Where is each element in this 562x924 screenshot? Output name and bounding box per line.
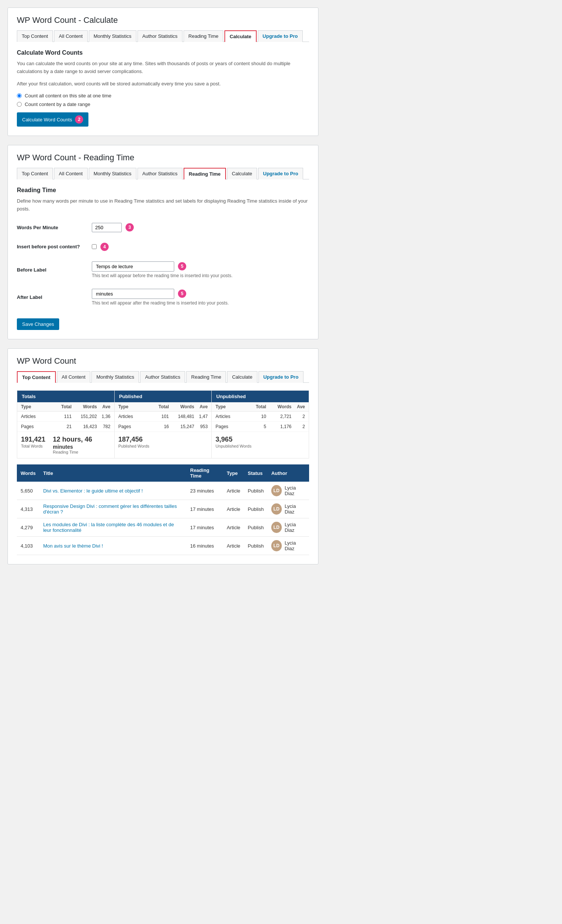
unpub-col-words: Words [266, 404, 292, 410]
tc-tab-reading-time[interactable]: Reading Time [186, 371, 226, 383]
tc-tab-author-stats[interactable]: Author Statistics [140, 371, 185, 383]
wpm-label: Words Per Minute [17, 218, 92, 237]
tab-author-stats[interactable]: Author Statistics [138, 30, 182, 42]
tc-tab-top-content[interactable]: Top Content [17, 371, 56, 383]
row-type: Article [223, 518, 244, 537]
radio-all-content[interactable] [17, 93, 22, 98]
calculate-radio-group: Count all content on this site at one ti… [17, 93, 309, 107]
author-cell: LD Lycia Diaz [271, 485, 305, 496]
row-title-link[interactable]: Divi vs. Elementor : le guide ultime et … [43, 488, 143, 494]
wpm-input-wrap: 3 [92, 223, 134, 232]
reading-time-card: WP Word Count - Reading Time Top Content… [8, 145, 319, 339]
save-changes-wrap: Save Changes [17, 318, 309, 330]
unpub-col-type: Type [215, 404, 249, 410]
avatar: LD [271, 503, 282, 514]
totals-summary: 191,421 Total Words 12 hours, 46 minutes… [17, 432, 114, 458]
pub-words-1: 15,247 [169, 424, 194, 429]
insert-before-label: Insert before post content? [17, 237, 92, 256]
tab-reading-time[interactable]: Reading Time [183, 30, 223, 42]
avatar: LD [271, 485, 282, 496]
author-cell: LD Lycia Diaz [271, 540, 305, 551]
reading-time-label: Reading Time [53, 450, 92, 454]
author-name: Lycia Diaz [285, 540, 305, 551]
rt-tab-monthly-stats[interactable]: Monthly Statistics [89, 168, 137, 179]
published-words-label: Published Words [119, 444, 149, 448]
author-name: Lycia Diaz [285, 503, 305, 514]
row-title: Mon avis sur le thème Divi ! [39, 537, 186, 555]
before-label-input[interactable] [92, 261, 174, 272]
row-reading-time: 16 minutes [186, 537, 223, 555]
rt-tab-upgrade-pro[interactable]: Upgrade to Pro [258, 168, 303, 179]
rt-tab-all-content[interactable]: All Content [54, 168, 88, 179]
tab-upgrade-pro[interactable]: Upgrade to Pro [258, 30, 303, 42]
row-author: LD Lycia Diaz [267, 518, 309, 537]
unpublished-header: Unpublished [212, 391, 309, 402]
row-author: LD Lycia Diaz [267, 500, 309, 518]
after-label-hint: This text will appear after the reading … [92, 300, 309, 306]
tc-tab-upgrade-pro[interactable]: Upgrade to Pro [258, 371, 304, 383]
author-cell: LD Lycia Diaz [271, 503, 305, 514]
totals-ave-1: 782 [97, 424, 111, 429]
unpub-total-0: 10 [249, 414, 266, 419]
after-label-field-label: After Label [17, 284, 92, 311]
author-name: Lycia Diaz [285, 522, 305, 533]
totals-col: Totals Type Total Words Ave Articles 111… [17, 391, 115, 458]
row-title-link[interactable]: Responsive Design Divi : comment gérer l… [43, 503, 177, 514]
row-title-link[interactable]: Les modules de Divi : la liste complète … [43, 522, 174, 533]
totals-total-0: 111 [55, 414, 72, 419]
row-title-link[interactable]: Mon avis sur le thème Divi ! [43, 543, 103, 549]
before-label-hint: This text will appear before the reading… [92, 273, 309, 278]
rt-tab-top-content[interactable]: Top Content [17, 168, 53, 179]
totals-words-0: 151,202 [72, 414, 97, 419]
avatar: LD [271, 540, 282, 551]
radio-date-range-text: Count content by a date range [25, 102, 90, 107]
tab-top-content[interactable]: Top Content [17, 30, 53, 42]
insert-before-row: Insert before post content? 4 [17, 237, 309, 256]
rt-tab-calculate[interactable]: Calculate [227, 168, 257, 179]
row-reading-time: 23 minutes [186, 482, 223, 500]
radio-date-range-label[interactable]: Count content by a date range [17, 102, 309, 107]
radio-date-range[interactable] [17, 102, 22, 107]
th-status: Status [244, 464, 267, 482]
radio-all-content-label[interactable]: Count all content on this site at one ti… [17, 93, 309, 99]
row-words: 4,313 [17, 500, 39, 518]
totals-col-total: Total [55, 404, 72, 410]
row-title: Divi vs. Elementor : le guide ultime et … [39, 482, 186, 500]
wpm-input[interactable] [92, 223, 122, 232]
tab-monthly-stats[interactable]: Monthly Statistics [89, 30, 137, 42]
totals-type-1: Pages [21, 424, 55, 429]
total-words-item: 191,421 Total Words [21, 436, 45, 454]
after-label-input[interactable] [92, 289, 174, 299]
calculate-badge: 2 [75, 116, 83, 124]
tc-tab-monthly-stats[interactable]: Monthly Statistics [92, 371, 139, 383]
author-name: Lycia Diaz [285, 485, 305, 496]
total-words-label: Total Words [21, 444, 45, 448]
table-row: 4,313 Responsive Design Divi : comment g… [17, 500, 309, 518]
before-label-field-label: Before Label [17, 256, 92, 284]
rt-tab-author-stats[interactable]: Author Statistics [138, 168, 182, 179]
published-words-value: 187,456 [119, 436, 149, 444]
pub-col-type: Type [119, 404, 152, 410]
before-label-row: Before Label 5 This text will appear bef… [17, 256, 309, 284]
row-type: Article [223, 537, 244, 555]
unpublished-words-value: 3,965 [215, 436, 251, 444]
totals-words-1: 16,423 [72, 424, 97, 429]
insert-before-badge: 4 [101, 243, 109, 251]
row-author: LD Lycia Diaz [267, 482, 309, 500]
calculate-word-counts-button[interactable]: Calculate Word Counts 2 [17, 112, 89, 127]
row-title: Les modules de Divi : la liste complète … [39, 518, 186, 537]
insert-before-checkbox[interactable] [92, 244, 97, 249]
save-changes-button[interactable]: Save Changes [17, 318, 59, 330]
totals-total-1: 21 [55, 424, 72, 429]
tab-all-content[interactable]: All Content [54, 30, 88, 42]
tc-tab-all-content[interactable]: All Content [57, 371, 91, 383]
row-reading-time: 17 minutes [186, 500, 223, 518]
published-row-1: Pages 16 15,247 953 [115, 422, 212, 432]
tc-tab-calculate[interactable]: Calculate [227, 371, 257, 383]
calculate-button-label: Calculate Word Counts [22, 117, 72, 123]
save-changes-label: Save Changes [22, 321, 54, 327]
rt-tab-reading-time[interactable]: Reading Time [183, 168, 226, 179]
pub-ave-1: 953 [194, 424, 207, 429]
tab-calculate[interactable]: Calculate [224, 30, 257, 42]
row-words: 4,279 [17, 518, 39, 537]
